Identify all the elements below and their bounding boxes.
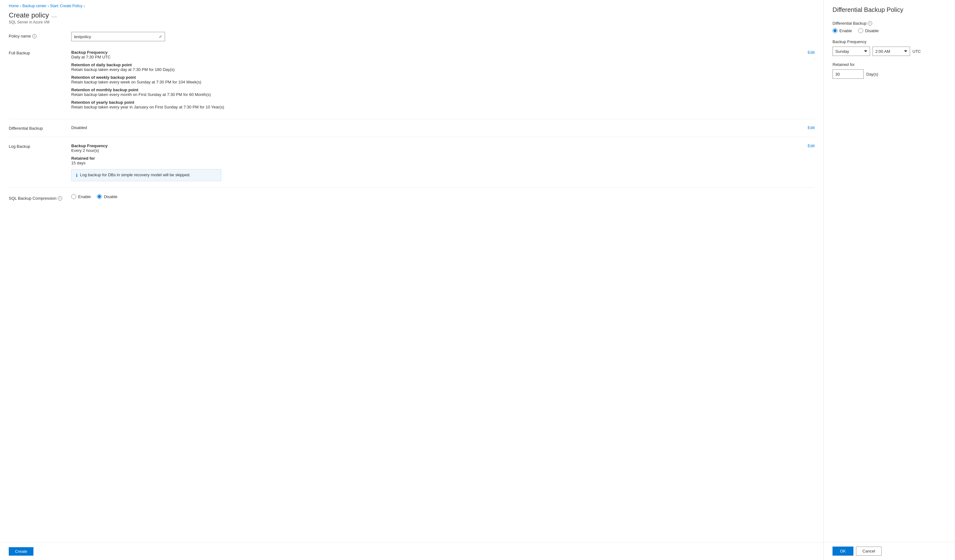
log-backup-retained-title: Retained for [71,156,804,161]
right-backup-frequency-day-select[interactable]: Sunday Monday Tuesday Wednesday Thursday… [833,47,870,56]
full-backup-retention-monthly-title: Retention of monthly backup point [71,88,804,92]
utc-label: UTC [913,49,921,54]
right-retained-for-label: Retained for [833,62,946,67]
right-differential-backup-disable-label: Disable [865,28,878,33]
log-backup-info-box: ℹ Log backup for DBs in simple recovery … [71,169,221,181]
page-title: Create policy [9,11,49,19]
right-differential-backup-info-icon[interactable]: i [868,21,872,26]
right-differential-backup-radio-group: Enable Disable [833,28,946,33]
right-differential-backup-disable-radio[interactable] [858,28,863,33]
log-backup-edit-button[interactable]: Edit [808,144,815,148]
log-backup-frequency-row: Backup Frequency Every 2 hour(s) [71,144,804,153]
breadcrumb-sep1: › [20,4,21,8]
right-backup-frequency-dropdowns: Sunday Monday Tuesday Wednesday Thursday… [833,47,946,56]
differential-backup-section: Differential Backup Disabled Edit [9,125,815,137]
full-backup-frequency-title: Backup Frequency [71,50,804,55]
left-panel: Home › Backup center › Start: Create Pol… [0,0,824,560]
breadcrumb-sep3: › [83,4,85,8]
right-differential-backup-row: Differential Backup i Enable Disable [833,21,946,33]
sql-backup-compression-disable[interactable]: Disable [97,194,117,199]
right-retained-for-row: Retained for Day(s) [833,62,946,79]
full-backup-retention-yearly-title: Retention of yearly backup point [71,100,804,105]
sql-backup-compression-enable-label: Enable [78,194,91,199]
bottom-bar-left: Create [0,543,823,560]
page-subtitle: SQL Server in Azure VM [9,20,815,24]
sql-backup-compression-content: Enable Disable [71,194,815,199]
sql-backup-compression-enable[interactable]: Enable [71,194,91,199]
full-backup-edit-button[interactable]: Edit [808,50,815,55]
breadcrumb-current: Start: Create Policy [50,4,82,8]
log-backup-details: Backup Frequency Every 2 hour(s) Retaine… [71,144,804,181]
full-backup-retention-weekly-row: Retention of weekly backup point Retain … [71,75,804,84]
right-differential-backup-enable-label: Enable [839,28,852,33]
policy-name-row: Policy name i ✓ [9,32,815,41]
policy-name-label: Policy name i [9,32,71,38]
right-differential-backup-enable[interactable]: Enable [833,28,852,33]
sql-backup-compression-disable-radio[interactable] [97,194,102,199]
sql-backup-compression-label: SQL Backup Compression i [9,194,71,201]
more-options-icon[interactable]: ... [51,12,57,19]
sql-backup-compression-radio-group: Enable Disable [71,194,815,199]
log-backup-label: Log Backup [9,144,71,149]
full-backup-details: Backup Frequency Daily at 7:30 PM UTC Re… [71,50,804,113]
log-backup-section: Log Backup Backup Frequency Every 2 hour… [9,144,815,188]
right-differential-backup-label: Differential Backup i [833,21,946,26]
right-backup-frequency-label: Backup Frequency [833,39,946,44]
full-backup-retention-weekly-title: Retention of weekly backup point [71,75,804,80]
full-backup-retention-monthly-value: Retain backup taken every month on First… [71,92,804,97]
right-retained-for-days-label: Day(s) [866,72,878,77]
right-panel-title: Differential Backup Policy [833,6,946,13]
differential-backup-status: Disabled [71,125,87,130]
create-button[interactable]: Create [9,547,33,555]
policy-name-content: ✓ [71,32,815,41]
log-backup-info-icon: ℹ [76,173,78,178]
full-backup-frequency-row: Backup Frequency Daily at 7:30 PM UTC [71,50,804,59]
sql-backup-compression-info-icon[interactable]: i [58,196,62,201]
full-backup-retention-daily-value: Retain backup taken every day at 7:30 PM… [71,67,804,72]
differential-backup-edit-button[interactable]: Edit [808,125,815,130]
differential-backup-details: Disabled [71,125,804,130]
sql-backup-compression-disable-label: Disable [104,194,117,199]
bottom-bar-right: OK Cancel [824,542,955,560]
right-backup-frequency-time-select[interactable]: 12:00 AM 1:00 AM 2:00 AM 3:00 AM 4:00 AM… [872,47,910,56]
full-backup-retention-yearly-row: Retention of yearly backup point Retain … [71,100,804,109]
sql-backup-compression-enable-radio[interactable] [71,194,76,199]
right-retained-for-input[interactable] [833,69,864,79]
policy-name-info-icon[interactable]: i [32,34,36,38]
right-panel: Differential Backup Policy Differential … [824,0,955,560]
differential-backup-label: Differential Backup [9,125,71,131]
full-backup-retention-daily-title: Retention of daily backup point [71,63,804,67]
breadcrumb-backup-center[interactable]: Backup center [22,4,47,8]
breadcrumb-home[interactable]: Home [9,4,19,8]
log-backup-info-text: Log backup for DBs in simple recovery mo… [80,172,190,177]
full-backup-retention-daily-row: Retention of daily backup point Retain b… [71,63,804,72]
policy-name-input[interactable] [71,32,165,41]
full-backup-label: Full Backup [9,50,71,55]
breadcrumb: Home › Backup center › Start: Create Pol… [9,4,815,8]
log-backup-frequency-value: Every 2 hour(s) [71,148,804,153]
ok-button[interactable]: OK [833,547,853,555]
full-backup-frequency-value: Daily at 7:30 PM UTC [71,55,804,59]
right-differential-backup-enable-radio[interactable] [833,28,838,33]
right-retained-for-input-row: Day(s) [833,69,946,79]
breadcrumb-sep2: › [47,4,49,8]
full-backup-retention-monthly-row: Retention of monthly backup point Retain… [71,88,804,97]
sql-backup-compression-row: SQL Backup Compression i Enable Disable [9,194,815,201]
right-backup-frequency-row: Backup Frequency Sunday Monday Tuesday W… [833,39,946,56]
log-backup-frequency-title: Backup Frequency [71,144,804,148]
full-backup-retention-weekly-value: Retain backup taken every week on Sunday… [71,80,804,84]
right-differential-backup-disable[interactable]: Disable [858,28,878,33]
policy-name-check-icon: ✓ [159,34,163,39]
full-backup-retention-yearly-value: Retain backup taken every year in Januar… [71,105,804,109]
full-backup-section: Full Backup Backup Frequency Daily at 7:… [9,50,815,119]
cancel-button[interactable]: Cancel [856,547,881,555]
log-backup-retained-row: Retained for 15 days [71,156,804,165]
log-backup-retained-value: 15 days [71,161,804,165]
